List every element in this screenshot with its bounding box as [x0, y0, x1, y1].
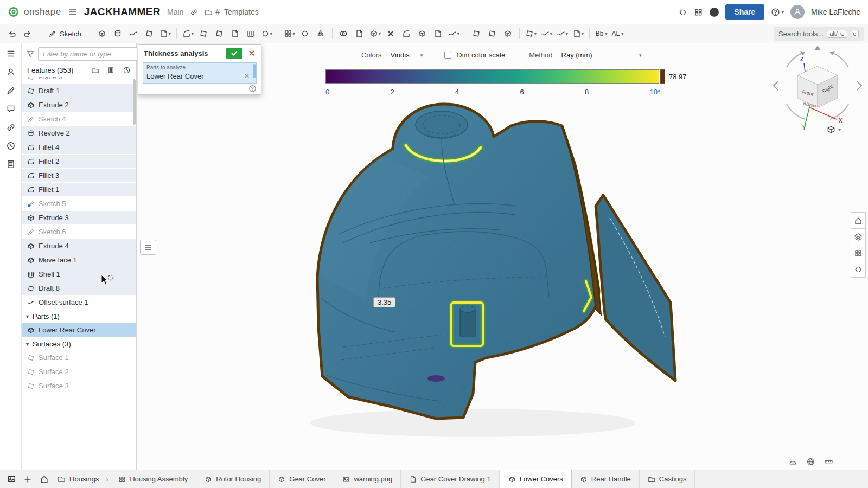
undo-button[interactable] — [4, 27, 19, 41]
feature-fillet-4[interactable]: Fillet 4 — [22, 140, 136, 155]
remove-part-icon[interactable]: ✕ — [244, 72, 253, 80]
al-dropdown[interactable]: AL▾ — [609, 27, 624, 41]
feature-surface-2[interactable]: Surface 2 — [22, 365, 136, 379]
scale-tick-10-[interactable]: 10* — [649, 88, 660, 96]
modify-fillet-tool-button[interactable] — [399, 27, 414, 41]
feature-fillet-1[interactable]: Fillet 1 — [22, 183, 136, 197]
enclose-tool-button[interactable] — [501, 27, 515, 41]
units-icon[interactable] — [806, 457, 815, 466]
circular-pattern-tool-button[interactable] — [298, 27, 312, 41]
feature-sketch-4[interactable]: Sketch 4 — [22, 112, 136, 126]
featurescript-icon[interactable] — [678, 8, 687, 17]
feature-draft-1[interactable]: Draft 1 — [22, 84, 136, 98]
avatar[interactable] — [790, 5, 805, 19]
view-options-button[interactable]: ▾ — [826, 125, 841, 134]
dialog-help-icon[interactable] — [248, 85, 257, 93]
boolean-tool-button[interactable] — [336, 27, 351, 41]
filter-icon[interactable] — [26, 50, 35, 59]
tab-lower-covers[interactable]: Lower Covers — [500, 470, 572, 488]
ruler-icon[interactable] — [824, 457, 833, 466]
helix-tool-button[interactable]: ▾ — [539, 27, 554, 41]
app-store-icon[interactable] — [694, 8, 703, 17]
chip-list-scrollbar[interactable] — [253, 64, 256, 78]
sheet-metal-tool-button[interactable]: ▾ — [571, 27, 585, 41]
offset-surface-tool-button[interactable]: ▾ — [446, 27, 461, 41]
feature-plane-3[interactable]: Plane 3 — [22, 77, 136, 84]
home-tab-button[interactable] — [36, 470, 52, 488]
bb-dropdown[interactable]: Bb▾ — [593, 27, 609, 41]
feature-shell-1[interactable]: Shell 1 — [22, 267, 136, 281]
onshape-logo[interactable] — [8, 6, 20, 18]
dim-color-scale-checkbox[interactable] — [444, 52, 451, 59]
confirm-button[interactable] — [226, 48, 242, 59]
selected-part-chip[interactable]: Lower Rear Cover ✕ — [146, 70, 253, 81]
comments-icon[interactable] — [6, 104, 16, 114]
feature-sketch-5[interactable]: Sketch 5 — [22, 197, 136, 211]
folder-tab-housings[interactable]: Housings — [52, 470, 104, 488]
filter-input[interactable] — [38, 47, 143, 61]
model-3d[interactable] — [137, 43, 868, 470]
feature-list-toggle-button[interactable] — [140, 240, 156, 255]
breadcrumb[interactable]: #_Templates — [205, 8, 258, 16]
feature-fillet-2[interactable]: Fillet 2 — [22, 155, 136, 169]
feature-extrude-3[interactable]: Extrude 3 — [22, 211, 136, 225]
surfaces-section-header[interactable]: ▼ Surfaces (3) — [22, 337, 136, 351]
delete-part-tool-button[interactable] — [384, 27, 398, 41]
history-icon[interactable] — [6, 141, 16, 151]
colors-select[interactable]: Viridis ▾ — [387, 50, 426, 60]
tab-warning-png[interactable]: warning.png — [334, 470, 401, 488]
fill-surface-tool-button[interactable] — [485, 27, 500, 41]
tab-rotor-housing[interactable]: Rotor Housing — [196, 470, 270, 488]
versions-icon[interactable] — [6, 123, 16, 132]
document-title[interactable]: JACKHAMMER — [84, 6, 161, 18]
spline-tool-button[interactable]: ▾ — [555, 27, 570, 41]
revolve-tool-button[interactable] — [111, 27, 125, 41]
suppress-icon[interactable] — [107, 66, 115, 74]
cancel-button[interactable] — [246, 47, 258, 59]
scale-tick-0[interactable]: 0 — [326, 88, 329, 96]
feature-surface-3[interactable]: Surface 3 — [22, 379, 136, 393]
feature-list-scrollbar[interactable] — [133, 79, 136, 125]
main-menu-icon[interactable] — [68, 7, 78, 17]
rollback-icon[interactable] — [123, 66, 131, 74]
collaborators-icon[interactable] — [6, 67, 16, 77]
tab-housing-assembly[interactable]: Housing Assembly — [110, 470, 196, 488]
version-label[interactable]: Main — [167, 8, 183, 16]
feature-revolve-2[interactable]: Revolve 2 — [22, 126, 136, 140]
linear-pattern-tool-button[interactable]: ▾ — [282, 27, 297, 41]
transform-tool-button[interactable]: ▾ — [368, 27, 382, 41]
thicken-tool-button[interactable]: ▾ — [158, 27, 173, 41]
split-tool-button[interactable] — [352, 27, 367, 41]
parts-section-header[interactable]: ▼ Parts (1) — [22, 310, 136, 323]
move-face-tool-button[interactable] — [415, 27, 430, 41]
boundary-surface-tool-button[interactable] — [469, 27, 484, 41]
feature-extrude-2[interactable]: Extrude 2 — [22, 98, 136, 112]
mirror-tool-button[interactable] — [314, 27, 328, 41]
feature-draft-8[interactable]: Draft 8 — [22, 281, 136, 296]
tables-icon[interactable] — [6, 159, 16, 169]
shell-tool-button[interactable] — [244, 27, 258, 41]
hole-tool-button[interactable]: ▾ — [259, 27, 274, 41]
replace-face-tool-button[interactable] — [431, 27, 445, 41]
named-views-icon[interactable] — [851, 212, 866, 229]
fillet-tool-button[interactable]: ▾ — [181, 27, 195, 41]
help-menu[interactable]: ▾ — [771, 8, 784, 17]
tab-castings[interactable]: Castings — [640, 470, 695, 488]
view-cube[interactable]: Z X Y Front Right Bottom — [771, 43, 864, 130]
feature-offset-surface-1[interactable]: Offset surface 1 — [22, 296, 136, 310]
parts-to-analyze-list[interactable]: Parts to analyze Lower Rear Cover ✕ — [143, 62, 257, 84]
rib-tool-button[interactable] — [228, 27, 242, 41]
draft-tool-button[interactable] — [212, 27, 227, 41]
graphics-area[interactable]: Thickness analysis Parts to analyze Lowe… — [137, 43, 868, 470]
loft-tool-button[interactable] — [142, 27, 157, 41]
feature-lower-rear-cover[interactable]: Lower Rear Cover — [22, 323, 136, 337]
add-folder-icon[interactable] — [91, 66, 99, 74]
protractor-icon[interactable] — [788, 457, 797, 466]
sweep-tool-button[interactable] — [126, 27, 141, 41]
plane-tool-button[interactable]: ▾ — [524, 27, 538, 41]
parts-list-icon[interactable] — [851, 228, 866, 245]
feature-sketch-6[interactable]: Sketch 6 — [22, 225, 136, 239]
tab-rear-handle[interactable]: Rear Handle — [572, 470, 640, 488]
extrude-tool-button[interactable] — [95, 27, 110, 41]
tool-search[interactable]: Search tools... alt/⌥ c — [774, 27, 864, 41]
